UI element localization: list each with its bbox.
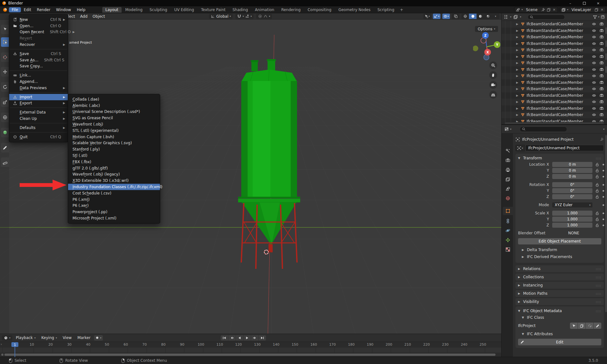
ruler-tick[interactable]: 170 bbox=[329, 342, 336, 347]
object-name[interactable]: IfcBeamStandardCase/Member bbox=[527, 80, 592, 85]
scrollbar-thumb[interactable] bbox=[4, 354, 496, 356]
animate-dot[interactable] bbox=[603, 164, 604, 165]
panel-header[interactable]: ▶ Motion Paths :::: bbox=[515, 290, 604, 297]
panel-grip[interactable]: :::: bbox=[596, 300, 601, 304]
ruler-tick[interactable]: 230 bbox=[442, 342, 449, 347]
ifc-attributes-header[interactable]: ▼ IFC Attributes bbox=[518, 330, 601, 337]
outliner-row[interactable]: ▶ IfcBeamStandardCase/Member bbox=[502, 86, 607, 92]
shading-dropdown[interactable]: ▾ bbox=[492, 14, 499, 19]
hide-render-toggle[interactable] bbox=[599, 61, 606, 65]
menu-item[interactable]: Data Previews ▶ bbox=[9, 85, 68, 91]
hide-render-toggle[interactable] bbox=[599, 113, 606, 117]
menu-item[interactable]: External Data ▶ bbox=[9, 109, 68, 115]
expand-arrow-icon[interactable]: ▶ bbox=[516, 120, 521, 122]
object-type-dropdown[interactable]: ▾ bbox=[515, 145, 525, 151]
menu-item[interactable]: Clean Up ▶ bbox=[9, 115, 68, 122]
properties-tab[interactable] bbox=[503, 156, 513, 164]
new-collection-button[interactable] bbox=[600, 15, 605, 19]
menu-item[interactable]: Wavefront (.obj) (legacy) bbox=[68, 171, 160, 178]
properties-tab[interactable] bbox=[503, 185, 513, 193]
pin-icon[interactable] bbox=[599, 137, 604, 142]
editor-type-button[interactable]: ▾ bbox=[504, 127, 511, 131]
menu-item[interactable]: Cost Schedule (.csv) bbox=[68, 190, 160, 196]
properties-tab[interactable] bbox=[503, 147, 513, 155]
expand-arrow-icon[interactable]: ▶ bbox=[516, 100, 521, 103]
value-field[interactable]: 0° bbox=[552, 182, 592, 187]
workspace-tab[interactable]: Animation bbox=[252, 7, 277, 13]
snap-dropdown[interactable]: ▾ ▾ bbox=[235, 14, 254, 19]
object-name[interactable]: IfcBeamStandardCase/Member bbox=[527, 41, 592, 46]
outliner-display-mode-icon[interactable] bbox=[503, 15, 508, 19]
panel-header[interactable]: ▶ Instancing :::: bbox=[515, 282, 604, 289]
hide-viewport-toggle[interactable] bbox=[592, 35, 598, 39]
ruler-tick[interactable]: 200 bbox=[386, 342, 392, 347]
menu-item[interactable]: Stanford (.ply) bbox=[68, 146, 160, 152]
panel-grip[interactable]: :::: bbox=[596, 292, 601, 295]
keying-menu[interactable]: Keying▾ bbox=[39, 335, 59, 340]
solid-shading-button[interactable] bbox=[469, 14, 477, 19]
workspace-tab[interactable]: Layout bbox=[102, 7, 122, 13]
cursor-tool-button[interactable] bbox=[1, 52, 9, 62]
animate-dot[interactable] bbox=[603, 176, 604, 177]
menubar-item[interactable]: Window bbox=[53, 7, 74, 12]
scale-tool-button[interactable] bbox=[1, 97, 9, 107]
overlays-toggle[interactable]: ▾ bbox=[442, 14, 450, 19]
menubar-item[interactable]: File bbox=[9, 7, 21, 12]
hide-render-toggle[interactable] bbox=[599, 41, 606, 46]
value-field[interactable]: 1.000 bbox=[552, 223, 592, 228]
menu-item[interactable]: Microsoft Project (.xml) bbox=[68, 215, 160, 221]
outliner-row[interactable]: ▶ IfcBeamStandardCase/Member bbox=[502, 73, 607, 79]
ruler-tick[interactable]: 120 bbox=[235, 342, 242, 347]
lock-icon[interactable] bbox=[595, 174, 599, 179]
lock-icon[interactable] bbox=[595, 223, 599, 227]
xray-toggle[interactable] bbox=[452, 14, 459, 19]
animate-dot[interactable] bbox=[603, 190, 604, 192]
ruler-tick[interactable]: 60 bbox=[123, 342, 128, 347]
ruler-tick[interactable]: 220 bbox=[423, 342, 430, 347]
expand-arrow-icon[interactable]: ▶ bbox=[516, 81, 521, 84]
hide-viewport-toggle[interactable] bbox=[592, 22, 598, 26]
value-field[interactable]: 1.000 bbox=[552, 211, 592, 216]
timeline-tracks[interactable] bbox=[0, 348, 501, 353]
properties-tab[interactable] bbox=[503, 194, 513, 202]
menu-item[interactable]: Defaults ▶ bbox=[9, 125, 68, 131]
hide-render-toggle[interactable] bbox=[599, 28, 606, 33]
panel-header[interactable]: ▶ Relations :::: bbox=[515, 265, 604, 272]
scrollbar-handle[interactable] bbox=[1, 354, 3, 356]
remove-viewlayer-icon[interactable]: × bbox=[600, 8, 604, 12]
hide-viewport-toggle[interactable] bbox=[592, 106, 598, 111]
pan-button[interactable] bbox=[489, 71, 497, 79]
wireframe-shading-button[interactable] bbox=[461, 14, 469, 19]
object-name[interactable]: IfcBeamStandardCase/Member bbox=[527, 119, 592, 122]
hide-render-toggle[interactable] bbox=[599, 119, 606, 122]
rendered-shading-button[interactable] bbox=[484, 14, 492, 19]
menu-item[interactable]: P6 (.xer) bbox=[68, 203, 160, 209]
workspace-tab[interactable]: Scripting bbox=[374, 7, 397, 13]
hide-viewport-toggle[interactable] bbox=[592, 119, 598, 122]
transport-button[interactable] bbox=[251, 335, 258, 341]
panel-grip[interactable]: :::: bbox=[596, 284, 601, 287]
maximize-button[interactable] bbox=[577, 0, 591, 6]
hide-viewport-toggle[interactable] bbox=[592, 113, 598, 117]
ruler-tick[interactable]: 190 bbox=[367, 342, 373, 347]
transform-tool-button[interactable] bbox=[1, 113, 9, 122]
menu-item[interactable]: Universal Scene Description (.usd*) bbox=[68, 109, 160, 115]
transport-button[interactable] bbox=[243, 335, 251, 341]
menu-item[interactable]: P6 (.xml) bbox=[68, 196, 160, 203]
editor-type-button[interactable]: ▾ bbox=[2, 335, 12, 341]
outliner-row[interactable]: ▶ IfcBeamStandardCase/Member bbox=[502, 99, 607, 105]
menu-item[interactable]: Save Copy... ▶ bbox=[9, 63, 68, 70]
hide-viewport-toggle[interactable] bbox=[592, 54, 598, 59]
animate-dot[interactable] bbox=[603, 225, 604, 226]
close-button[interactable]: × bbox=[591, 0, 605, 6]
outliner-scope-icon[interactable] bbox=[513, 15, 518, 19]
menu-item[interactable]: STL (.stl) (experimental) bbox=[68, 127, 160, 134]
menu-item[interactable]: Revert ▶ bbox=[9, 35, 68, 41]
outliner-row[interactable]: ▶ IfcBeamStandardCase/Member bbox=[502, 53, 607, 60]
ruler-tick[interactable]: 160 bbox=[310, 342, 317, 347]
object-name[interactable]: IfcBeamStandardCase/Member bbox=[527, 93, 592, 98]
animate-dot[interactable] bbox=[603, 184, 604, 186]
tweak-tool-button[interactable] bbox=[1, 25, 9, 34]
ruler-tick[interactable]: 250 bbox=[479, 342, 486, 347]
value-field[interactable]: 0° bbox=[552, 188, 592, 193]
